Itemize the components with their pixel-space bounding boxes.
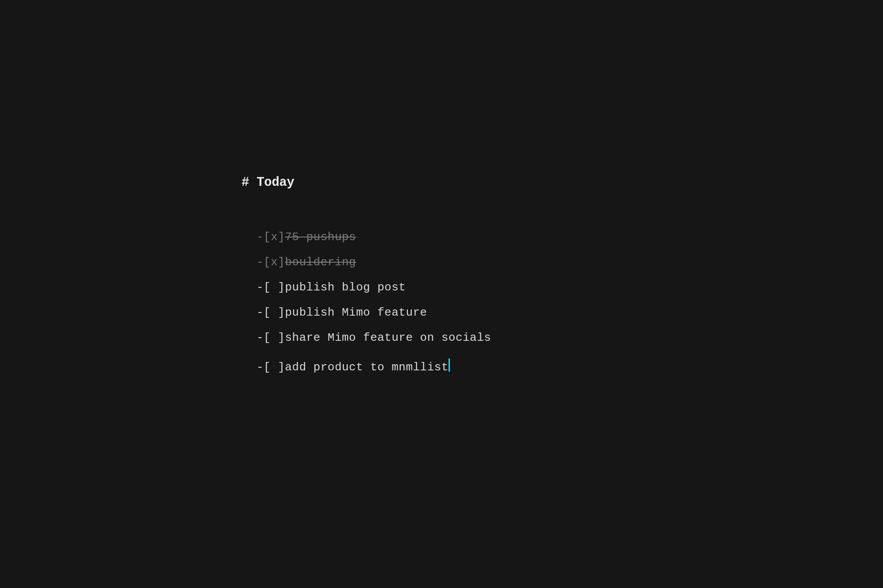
task-text[interactable]: publish Mimo feature xyxy=(285,307,427,318)
task-marker: - xyxy=(257,256,264,268)
heading[interactable]: # Today xyxy=(242,175,491,190)
task-text[interactable]: 75 pushups xyxy=(285,231,356,243)
task-text[interactable]: bouldering xyxy=(285,256,356,268)
task-text[interactable]: add product to mnmllist xyxy=(285,362,448,373)
task-list: - [x] 75 pushups - [x] bouldering - [ ] … xyxy=(257,231,491,373)
task-checkbox[interactable]: [ ] xyxy=(264,282,285,293)
editor-container[interactable]: # Today - [x] 75 pushups - [x] boulderin… xyxy=(242,175,491,387)
task-checkbox[interactable]: [x] xyxy=(264,256,285,268)
task-marker: - xyxy=(257,332,264,343)
task-text[interactable]: share Mimo feature on socials xyxy=(285,332,491,343)
task-row[interactable]: - [ ] add product to mnmllist xyxy=(257,357,491,373)
text-cursor xyxy=(449,358,450,372)
task-row[interactable]: - [ ] publish Mimo feature xyxy=(257,307,491,318)
task-marker: - xyxy=(257,307,264,318)
task-checkbox[interactable]: [x] xyxy=(264,231,285,243)
task-checkbox[interactable]: [ ] xyxy=(264,362,285,373)
task-marker: - xyxy=(257,282,264,293)
task-marker: - xyxy=(257,362,264,373)
task-text[interactable]: publish blog post xyxy=(285,282,406,293)
task-row[interactable]: - [ ] publish blog post xyxy=(257,282,491,293)
task-checkbox[interactable]: [ ] xyxy=(264,332,285,343)
task-row[interactable]: - [x] 75 pushups xyxy=(257,231,491,243)
task-row[interactable]: - [x] bouldering xyxy=(257,256,491,268)
task-marker: - xyxy=(257,231,264,243)
task-checkbox[interactable]: [ ] xyxy=(264,307,285,318)
task-row[interactable]: - [ ] share Mimo feature on socials xyxy=(257,332,491,343)
